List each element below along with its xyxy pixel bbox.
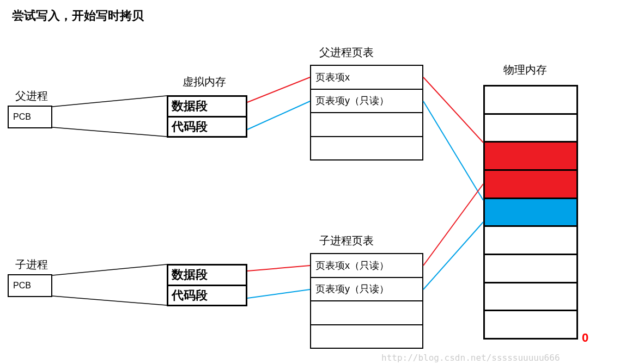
svg-line-2 [52, 264, 167, 275]
child-pt-box: 页表项x（只读） 页表项y（只读） [310, 253, 423, 349]
phys-cell-2 [485, 143, 576, 171]
svg-line-3 [52, 296, 167, 305]
parent-pt-0: 页表项x [311, 66, 422, 90]
phys-memory [483, 85, 578, 340]
parent-vm-box: 数据段 代码段 [167, 95, 247, 138]
diagram-title: 尝试写入，开始写时拷贝 [12, 10, 144, 22]
svg-line-5 [247, 101, 310, 129]
phys-cell-6 [485, 255, 576, 283]
phys-cell-0 [485, 87, 576, 115]
phys-cell-8 [485, 311, 576, 338]
watermark: http://blog.csdn.net/sssssuuuuu666 [381, 353, 560, 363]
child-pcb-text: PCB [13, 281, 31, 291]
child-vm-code: 代码段 [168, 286, 246, 305]
parent-pt-2 [311, 113, 422, 137]
parent-vm-code: 代码段 [168, 118, 246, 137]
parent-pt-box: 页表项x 页表项y（只读） [310, 65, 423, 161]
parent-pt-title: 父进程页表 [319, 47, 374, 58]
phys-cell-4 [485, 199, 576, 227]
parent-label: 父进程 [15, 90, 48, 101]
parent-pt-3 [311, 137, 422, 160]
svg-line-9 [423, 101, 483, 200]
child-pt-title: 子进程页表 [319, 235, 374, 246]
parent-vm-data: 数据段 [168, 97, 246, 118]
svg-line-1 [52, 127, 167, 137]
child-pt-2 [311, 301, 422, 325]
phys-cell-3 [485, 171, 576, 199]
phys-cell-5 [485, 227, 576, 255]
child-pt-1: 页表项y（只读） [311, 278, 422, 302]
svg-line-6 [247, 266, 310, 271]
child-pt-3 [311, 325, 422, 348]
phys-cell-7 [485, 283, 576, 312]
svg-line-0 [52, 96, 167, 107]
child-pcb-box: PCB [8, 274, 52, 297]
parent-pt-1: 页表项y（只读） [311, 90, 422, 114]
parent-pcb-box: PCB [8, 106, 52, 128]
svg-line-11 [423, 222, 483, 289]
svg-line-8 [423, 77, 483, 143]
diagram-canvas: 尝试写入，开始写时拷贝 父进程 PCB 虚拟内存 数据段 代码段 父进程页表 页… [0, 0, 632, 364]
parent-vm-title: 虚拟内存 [183, 76, 226, 87]
child-label: 子进程 [15, 259, 48, 270]
phys-title: 物理内存 [503, 64, 547, 75]
child-vm-data: 数据段 [168, 266, 246, 286]
phys-cell-1 [485, 115, 576, 143]
phys-zero: 0 [582, 331, 588, 345]
parent-pcb-text: PCB [13, 112, 31, 122]
svg-line-7 [247, 289, 310, 298]
child-vm-box: 数据段 代码段 [167, 264, 247, 306]
child-pt-0: 页表项x（只读） [311, 254, 422, 278]
svg-line-10 [423, 184, 483, 266]
svg-line-4 [247, 77, 310, 102]
